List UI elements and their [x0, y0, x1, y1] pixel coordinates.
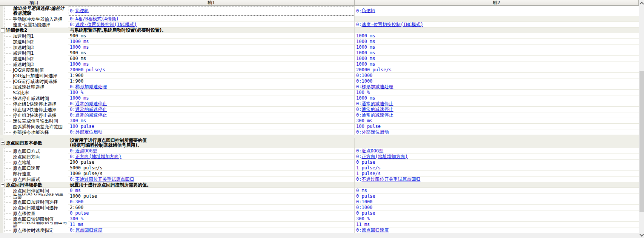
axis2-value-cell[interactable]: 1000 ms [355, 33, 639, 39]
axis2-value-cell[interactable]: 1000 ms [355, 50, 639, 56]
axis1-value-cell[interactable]: 600 ms [68, 56, 355, 61]
axis2-value-cell[interactable]: 0 pulse [355, 193, 639, 199]
scroll-up-button[interactable] [639, 0, 644, 6]
axis1-value-cell[interactable]: 0:梯形加减速处理 [68, 84, 355, 90]
axis2-value-cell[interactable]: 11 ms [355, 222, 639, 227]
axis2-value-cell[interactable]: 100 pulse [355, 124, 639, 129]
param-item-cell[interactable]: 原点回归减速时间选择 [0, 205, 68, 210]
axis2-value-cell[interactable]: 300 % [355, 216, 639, 222]
axis2-value-cell[interactable]: 1000 ms [355, 61, 639, 67]
collapse-icon[interactable] [1, 141, 5, 145]
axis1-value-cell[interactable]: 0:负逻辑 [68, 6, 355, 16]
axis2-value-cell[interactable]: 1000 ms [355, 39, 639, 45]
param-item-cell[interactable]: 外部指令功能选择 [0, 129, 68, 135]
param-item-cell[interactable]: 原点回归方向 [0, 154, 68, 160]
group-item-cell[interactable]: 详细参数2 [0, 28, 68, 33]
axis2-value-cell[interactable]: 1000 ms [355, 45, 639, 50]
axis1-value-cell[interactable]: 0:300 [68, 199, 355, 205]
param-item-cell[interactable]: 偏差计数器清除信号输出时间 [0, 222, 68, 227]
param-item-cell[interactable]: 快速停止减速时间 [0, 95, 68, 101]
axis2-value-cell[interactable]: 100 % [355, 90, 639, 95]
axis1-value-cell[interactable]: 100 pulse [68, 124, 355, 129]
axis1-value-cell[interactable]: 1000 ms [68, 95, 355, 101]
scroll-down-button[interactable] [639, 232, 644, 238]
axis1-value-cell[interactable]: 100 % [68, 90, 355, 95]
axis2-value-cell[interactable] [355, 16, 639, 22]
param-item-cell[interactable]: 近点DOG ON后的移动量设置 [0, 193, 68, 199]
axis2-value-cell[interactable]: 0:近点DOG型 [355, 148, 639, 154]
param-item-cell[interactable]: JOG运行加速时间选择 [0, 73, 68, 78]
param-item-cell[interactable]: 加速时间3 [0, 45, 68, 50]
axis1-value-cell[interactable]: 1000 ms [68, 45, 355, 50]
axis2-value-cell[interactable]: 1000 ms [355, 95, 639, 101]
axis1-value-cell[interactable]: 0:近点DOG型 [68, 148, 355, 154]
axis2-value-cell[interactable]: 1 pulse/s [355, 171, 639, 177]
axis1-value-cell[interactable]: 0 pulse [68, 210, 355, 216]
param-item-cell[interactable]: 圆弧插补间误差允许范围 [0, 124, 68, 129]
axis1-value-cell[interactable]: 2:600 [68, 205, 355, 210]
axis1-value-cell[interactable]: 0:不通过限位开关重试原点回归 [68, 177, 355, 182]
param-item-cell[interactable]: 加速时间2 [0, 39, 68, 45]
axis1-value-cell[interactable]: 0:正方向(地址增加方向) [68, 154, 355, 160]
param-item-cell[interactable]: 减速时间1 [0, 50, 68, 56]
param-item-cell[interactable]: 原点回归转矩限制值 [0, 216, 68, 222]
axis1-value-cell[interactable]: 1:900 [68, 78, 355, 84]
axis1-value-cell[interactable]: 300 % [68, 216, 355, 222]
param-item-cell[interactable]: 减速时间3 [0, 61, 68, 67]
collapse-icon[interactable] [1, 28, 5, 32]
param-item-cell[interactable]: 原点移位时速度指定 [0, 227, 68, 233]
axis1-value-cell[interactable]: 0:通常的减速停止 [68, 107, 355, 112]
param-item-cell[interactable]: 原点回归加速时间选择 [0, 199, 68, 205]
param-item-cell[interactable]: 原点回归停留时间 [0, 188, 68, 193]
axis1-value-cell[interactable]: 200 pulse [68, 160, 355, 165]
param-item-cell[interactable]: 停止组1快速停止选择 [0, 101, 68, 107]
axis1-value-cell[interactable]: 900 ms [68, 50, 355, 56]
group-item-cell[interactable]: 原点回归详细参数 [0, 182, 68, 188]
param-item-cell[interactable]: S字比率 [0, 90, 68, 95]
axis1-value-cell[interactable]: 0:A相/B相模式(4倍频) [68, 16, 355, 22]
param-item-cell[interactable]: 爬行速度 [0, 171, 68, 177]
param-item-cell[interactable]: 减速时间2 [0, 56, 68, 61]
param-item-cell[interactable]: JOG运行减速时间选择 [0, 78, 68, 84]
param-item-cell[interactable]: 原点地址 [0, 160, 68, 165]
axis2-value-cell[interactable]: 20000 pulse/s [355, 67, 639, 73]
axis1-value-cell[interactable]: 1:900 [68, 73, 355, 78]
axis1-value-cell[interactable]: 0:原点回归速度 [68, 227, 355, 233]
axis2-value-cell[interactable]: 1000 ms [355, 56, 639, 61]
axis1-value-cell[interactable]: 1000 ms [68, 39, 355, 45]
axis2-value-cell[interactable]: 0:正方向(地址增加方向) [355, 154, 639, 160]
param-item-cell[interactable]: 原点移位量 [0, 210, 68, 216]
axis2-value-cell[interactable]: 300 ms [355, 118, 639, 124]
param-item-cell[interactable]: 加速时间1 [0, 33, 68, 39]
axis1-value-cell[interactable]: 0 ms [68, 188, 355, 193]
axis1-value-cell[interactable]: 900 ms [68, 33, 355, 39]
axis1-value-cell[interactable]: 1000 pulse [68, 193, 355, 199]
axis2-value-cell[interactable]: 1 pulse/s [355, 165, 639, 171]
axis2-value-cell[interactable]: 0:通常的减速停止 [355, 112, 639, 118]
param-item-cell[interactable]: 速度·位置功能选择 [0, 22, 68, 28]
axis2-value-cell[interactable]: 0:外部定位启动 [355, 129, 639, 135]
axis1-value-cell[interactable]: 300 ms [68, 118, 355, 124]
axis1-value-cell[interactable]: 1000 ms [68, 61, 355, 67]
scrollbar-thumb[interactable] [639, 71, 644, 212]
axis2-value-cell[interactable]: 0 pulse [355, 210, 639, 216]
axis2-value-cell[interactable]: 0:速度·位置切换控制(INC模式) [355, 22, 639, 28]
axis2-value-cell[interactable]: 0:通常的减速停止 [355, 101, 639, 107]
axis2-value-cell[interactable]: 0:梯形加减速处理 [355, 84, 639, 90]
param-item-cell[interactable]: 输出信号逻辑选择:偏差计数器清除 [0, 6, 68, 16]
axis2-value-cell[interactable]: 0:通常的减速停止 [355, 107, 639, 112]
axis1-value-cell[interactable]: 20000 pulse/s [68, 67, 355, 73]
param-item-cell[interactable]: 定位完成信号输出时间 [0, 118, 68, 124]
axis2-value-cell[interactable]: 0:1000 [355, 205, 639, 210]
axis2-value-cell[interactable]: 0:1000 [355, 73, 639, 78]
param-item-cell[interactable]: 手动脉冲发生器输入选择 [0, 16, 68, 22]
param-item-cell[interactable]: 原点回归速度 [0, 165, 68, 171]
axis2-value-cell[interactable]: 0:原点回归速度 [355, 227, 639, 233]
axis1-value-cell[interactable]: 5000 pulse/s [68, 165, 355, 171]
axis1-value-cell[interactable]: 0:速度·位置切换控制(INC模式) [68, 22, 355, 28]
axis1-value-cell[interactable]: 1000 pulse/s [68, 171, 355, 177]
axis2-value-cell[interactable]: 0:1000 [355, 78, 639, 84]
axis2-value-cell[interactable]: 0 pulse [355, 160, 639, 165]
axis1-value-cell[interactable]: 0:通常的减速停止 [68, 101, 355, 107]
axis2-value-cell[interactable]: 0:1000 [355, 199, 639, 205]
